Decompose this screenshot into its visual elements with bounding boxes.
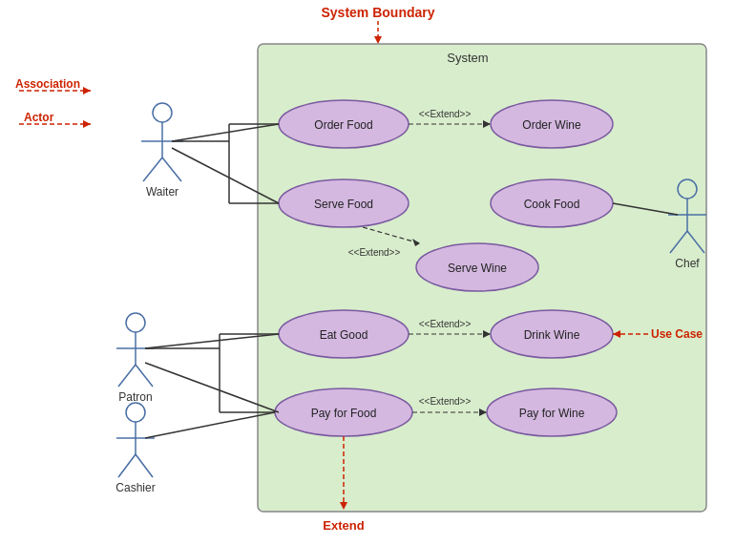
svg-marker-31 [83,120,91,128]
svg-line-5 [162,157,181,181]
cook-food-label: Cook Food [524,198,580,211]
diagram-container: System Boundary System Waiter Patron Cas… [0,0,756,545]
cashier-label: Cashier [116,481,155,494]
waiter-head [153,103,172,122]
pay-for-wine-label: Pay for Wine [519,407,585,420]
legend-usecase-label: Use Case [651,327,703,341]
extend-bottom-label: Extend [323,518,364,533]
extend-label-1: <<Extend>> [419,109,472,119]
system-boundary-title: System Boundary [321,5,434,20]
eat-good-label: Eat Good [320,328,368,342]
serve-food-label: Serve Food [314,198,373,211]
pay-for-food-label: Pay for Food [311,407,377,420]
svg-line-13 [136,454,153,477]
svg-line-12 [118,454,136,477]
order-wine-label: Order Wine [522,118,581,132]
svg-line-9 [136,365,153,387]
order-food-label: Order Food [314,118,372,132]
serve-wine-label: Serve Wine [448,262,507,275]
extend-label-4: <<Extend>> [419,396,472,407]
system-label: System [447,51,488,65]
cashier-head [126,403,145,422]
legend-actor-label: Actor [24,111,54,124]
patron-head [126,313,145,332]
svg-line-4 [143,157,162,181]
drink-wine-label: Drink Wine [524,328,580,342]
legend-association-label: Association [15,77,80,91]
svg-marker-30 [83,87,91,94]
svg-marker-1 [374,36,382,44]
extend-label-3: <<Extend>> [419,319,472,329]
waiter-label: Waiter [146,185,178,199]
svg-line-8 [118,365,136,387]
assoc-cashier-pay-for-food [145,412,275,438]
chef-label: Chef [675,257,700,270]
extend-label-2: <<Extend>> [348,247,401,258]
patron-label: Patron [118,390,152,404]
